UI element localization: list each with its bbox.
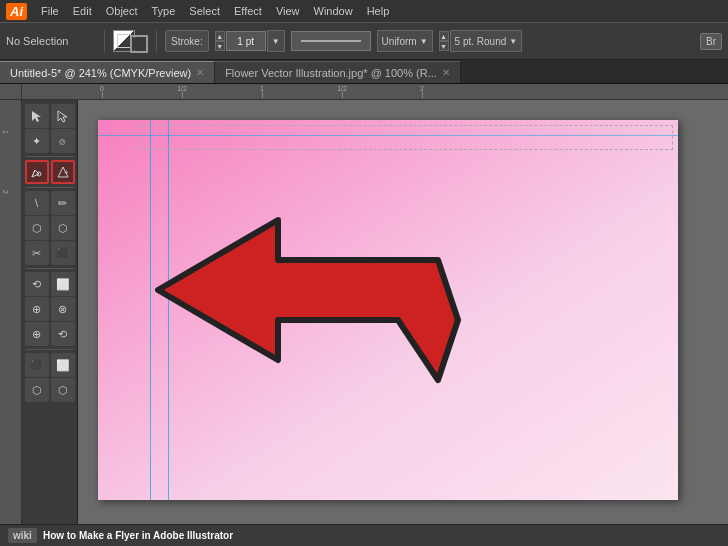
ruler-label-2: 2	[420, 85, 424, 92]
canvas-area[interactable]	[78, 100, 728, 524]
tab-flower[interactable]: Flower Vector Illustration.jpg* @ 100% (…	[215, 61, 461, 83]
pencil-tool[interactable]: ✏	[51, 191, 75, 215]
artboard-tool[interactable]: ⬛	[25, 353, 49, 377]
rotate-tool[interactable]: ⟲	[25, 272, 49, 296]
menu-view[interactable]: View	[276, 5, 300, 17]
ruler-label-half1: 1/2	[177, 85, 187, 92]
menu-object[interactable]: Object	[106, 5, 138, 17]
tab-untitled-close[interactable]: ✕	[196, 67, 204, 78]
ruler-label-1: 1	[260, 85, 264, 92]
ai-logo: Ai	[6, 3, 27, 20]
stroke-unit-dropdown[interactable]: ▼	[267, 30, 285, 52]
selection-tools-row	[25, 104, 75, 128]
rectangle-tool[interactable]: ⬡	[25, 216, 49, 240]
add-anchor-tool[interactable]: +	[51, 160, 75, 184]
eraser-tool[interactable]: ⬛	[51, 241, 75, 265]
scissors-tools-row: ✂ ⬛	[25, 241, 75, 265]
bottom-bar: wiki How to Make a Flyer in Adobe Illust…	[0, 524, 728, 546]
fill-stroke-box	[113, 29, 148, 53]
slice-tool[interactable]: ⬜	[51, 353, 75, 377]
ruler-tick-half1	[182, 92, 183, 98]
lasso-tool[interactable]: ⌾	[51, 129, 75, 153]
warp-tool[interactable]: ⊕	[25, 297, 49, 321]
ruler-horizontal: 0 1/2 1 1/2 2	[22, 84, 728, 100]
br-badge: Br	[700, 33, 722, 50]
symbol-tool[interactable]: ⊕	[25, 322, 49, 346]
no-selection-label: No Selection	[6, 35, 96, 47]
menu-edit[interactable]: Edit	[73, 5, 92, 17]
ruler-label-half2: 1/2	[337, 85, 347, 92]
ruler-tick-2	[422, 92, 423, 98]
tool-sep-3	[26, 268, 74, 269]
tool-sep-4	[26, 349, 74, 350]
tab-untitled[interactable]: Untitled-5* @ 241% (CMYK/Preview) ✕	[0, 61, 215, 83]
toolbar-separator-1	[104, 30, 105, 52]
artboard	[98, 120, 678, 500]
round-dropdown[interactable]: 5 pt. Round ▼	[450, 30, 523, 52]
ruler-tick-half2	[342, 92, 343, 98]
hand-tool[interactable]: ⬡	[25, 378, 49, 402]
line-tool[interactable]: \	[25, 191, 49, 215]
stroke-up-btn[interactable]: ▲	[215, 31, 225, 41]
tool-panel: ✦ ⌾ + \ ✏ ⬡	[22, 100, 78, 524]
type-tools-row: \ ✏	[25, 191, 75, 215]
menu-file[interactable]: File	[41, 5, 59, 17]
tool-sep-2	[26, 187, 74, 188]
direct-selection-tool[interactable]	[51, 104, 75, 128]
line-style-preview[interactable]	[291, 31, 371, 51]
ruler-vertical: 1 2	[0, 100, 22, 524]
shape-tools-row: ⬡ ⬡	[25, 216, 75, 240]
tool-sep-1	[26, 156, 74, 157]
uniform-label: Uniform	[382, 36, 417, 47]
ruler-tick-0	[102, 92, 103, 98]
dashed-selection-rect	[138, 125, 673, 150]
tab-flower-close[interactable]: ✕	[442, 67, 450, 78]
menu-bar: Ai File Edit Object Type Select Effect V…	[0, 0, 728, 22]
main-area: 0 1/2 1 1/2 2 1 2 ✦ ⌾	[0, 84, 728, 524]
wiki-badge: wiki	[8, 528, 37, 543]
wiki-description: How to Make a Flyer in Adobe Illustrator	[43, 530, 233, 541]
ruler-corner	[0, 84, 22, 100]
stroke-icon[interactable]	[130, 35, 148, 53]
blend-tool[interactable]: ⊗	[51, 297, 75, 321]
svg-text:+: +	[64, 168, 69, 177]
pen-tool[interactable]	[25, 160, 49, 184]
zoom-tool[interactable]: ⬡	[51, 378, 75, 402]
stroke-down-btn[interactable]: ▼	[215, 41, 225, 51]
tab-flower-label: Flower Vector Illustration.jpg* @ 100% (…	[225, 67, 437, 79]
menu-select[interactable]: Select	[189, 5, 220, 17]
menu-effect[interactable]: Effect	[234, 5, 262, 17]
selection-tool[interactable]	[25, 104, 49, 128]
scale-tool[interactable]: ⬜	[51, 272, 75, 296]
stroke-box: Stroke:	[165, 30, 209, 52]
round-arrow: ▼	[509, 37, 517, 46]
rotate-tools-row: ⟲ ⬜	[25, 272, 75, 296]
ellipse-tool[interactable]: ⬡	[51, 216, 75, 240]
uniform-arrow: ▼	[420, 37, 428, 46]
blend-tools-row: ⊕ ⊗	[25, 297, 75, 321]
stroke-label: Stroke:	[171, 36, 203, 47]
stroke-unit-arrow: ▼	[272, 37, 280, 46]
menu-window[interactable]: Window	[314, 5, 353, 17]
stroke-value-input[interactable]	[226, 31, 266, 51]
scissors-tool[interactable]: ✂	[25, 241, 49, 265]
tab-untitled-label: Untitled-5* @ 241% (CMYK/Preview)	[10, 67, 191, 79]
sym-tools-row: ⊕ ⟲	[25, 322, 75, 346]
tabs-bar: Untitled-5* @ 241% (CMYK/Preview) ✕ Flow…	[0, 60, 728, 84]
line-style-inner	[301, 40, 361, 42]
round-down-btn[interactable]: ▼	[439, 41, 449, 51]
menu-help[interactable]: Help	[367, 5, 390, 17]
round-up-btn[interactable]: ▲	[439, 31, 449, 41]
round-label: 5 pt. Round	[455, 36, 507, 47]
menu-type[interactable]: Type	[152, 5, 176, 17]
uniform-dropdown[interactable]: Uniform ▼	[377, 30, 433, 52]
magic-wand-tool[interactable]: ✦	[25, 129, 49, 153]
column-graph-tool[interactable]: ⟲	[51, 322, 75, 346]
guide-vertical-2	[168, 120, 169, 500]
toolbar-separator-2	[156, 30, 157, 52]
toolbar: No Selection Stroke: ▲ ▼ ▼ Uniform ▼ ▲ ▼…	[0, 22, 728, 60]
ruler-label-0: 0	[100, 85, 104, 92]
ruler-v-label-2: 2	[2, 190, 9, 194]
zoom-tools-row: ⬡ ⬡	[25, 378, 75, 402]
ruler-tick-1	[262, 92, 263, 98]
